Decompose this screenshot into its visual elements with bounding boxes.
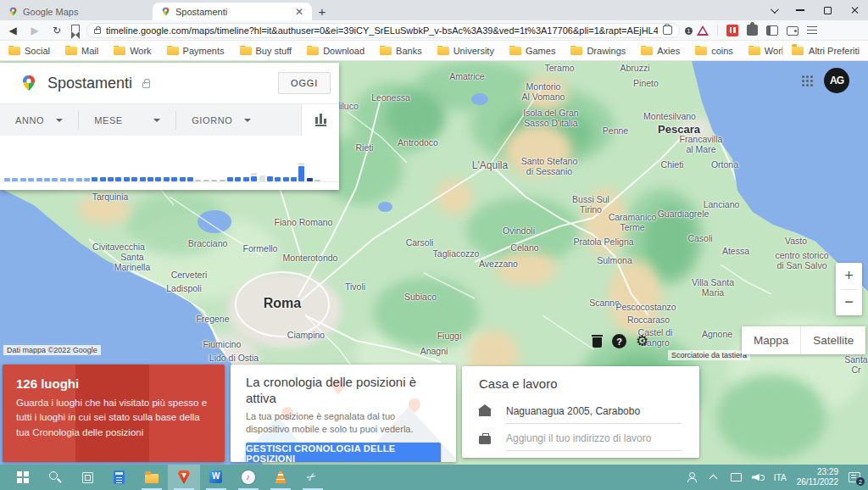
notifications-icon[interactable]: 2 xyxy=(849,471,861,483)
taskbar-brave[interactable] xyxy=(168,465,200,490)
taskbar-vlc[interactable] xyxy=(264,465,297,490)
map-button[interactable]: Mappa xyxy=(742,326,801,354)
tray-chevron-up-icon[interactable] xyxy=(708,471,720,483)
keyboard-shortcuts-label[interactable]: Scorciatoie da tastiera xyxy=(668,350,750,360)
chart-bar[interactable] xyxy=(68,178,74,181)
chart-bar[interactable] xyxy=(298,163,304,181)
restore-button[interactable] xyxy=(822,5,832,15)
chart-bar[interactable] xyxy=(267,176,273,181)
chart-bar[interactable] xyxy=(187,177,193,181)
triangle-extension-icon[interactable] xyxy=(697,25,709,36)
chart-bar[interactable] xyxy=(195,180,201,181)
chart-bar[interactable] xyxy=(155,177,161,181)
share-icon[interactable] xyxy=(663,25,672,35)
bookmark-icon[interactable] xyxy=(71,25,80,36)
people-icon[interactable] xyxy=(686,471,698,483)
chart-bar[interactable] xyxy=(203,180,209,181)
chart-bar[interactable] xyxy=(211,180,217,181)
clock[interactable]: 23:29 26/11/2022 xyxy=(797,467,838,488)
tab-spostamenti[interactable]: Spostamenti ✕ xyxy=(153,3,312,20)
chart-bar[interactable] xyxy=(20,178,26,181)
menu-icon[interactable] xyxy=(807,26,817,35)
bookmark-item[interactable]: Payments xyxy=(167,46,225,56)
close-button[interactable] xyxy=(849,5,860,15)
bookmark-item[interactable]: Drawings xyxy=(570,46,626,56)
language-indicator[interactable]: ITA xyxy=(774,473,787,482)
chart-bar[interactable] xyxy=(115,177,121,181)
bookmark-item[interactable]: University xyxy=(437,46,494,56)
chart-bar[interactable] xyxy=(4,178,10,181)
bookmark-item[interactable]: Games xyxy=(509,46,555,56)
chart-bar[interactable] xyxy=(92,177,97,181)
month-dropdown[interactable]: MESE xyxy=(79,111,176,130)
trash-icon[interactable] xyxy=(592,335,603,348)
chart-bar[interactable] xyxy=(243,177,249,181)
day-dropdown[interactable]: GIORNO xyxy=(176,111,266,130)
chart-bar[interactable] xyxy=(124,177,130,181)
tab-google-maps[interactable]: Google Maps xyxy=(0,3,153,20)
chart-bar[interactable] xyxy=(108,177,114,181)
bookmark-item[interactable]: Social xyxy=(8,46,50,56)
bookmark-item[interactable]: Work new xyxy=(748,46,782,56)
pause-extension-icon[interactable] xyxy=(726,25,738,36)
new-tab-button[interactable]: + xyxy=(312,3,332,20)
places-card[interactable]: 126 luoghi Guarda i luoghi che hai visit… xyxy=(3,365,225,462)
chart-bar[interactable] xyxy=(84,178,90,181)
back-button[interactable]: ◀ xyxy=(5,25,20,36)
taskbar-task-view[interactable] xyxy=(71,465,103,490)
chart-bar[interactable] xyxy=(227,177,233,181)
chart-bar[interactable] xyxy=(44,178,50,181)
satellite-button[interactable]: Satellite xyxy=(801,326,865,354)
chart-bar[interactable] xyxy=(307,178,313,181)
extensions-puzzle-icon[interactable] xyxy=(747,25,758,36)
taskbar-snipping[interactable] xyxy=(297,465,329,490)
taskbar-start[interactable] xyxy=(7,465,39,490)
chart-bar[interactable] xyxy=(140,177,146,181)
chart-bar[interactable] xyxy=(171,177,177,181)
chart-bar[interactable] xyxy=(131,177,137,181)
chart-bar[interactable] xyxy=(60,178,66,181)
year-dropdown[interactable]: ANNO xyxy=(0,111,79,130)
home-address-row[interactable]: Naguanagua 2005, Carabobo xyxy=(462,398,699,425)
chart-bar[interactable] xyxy=(147,177,153,181)
gear-icon[interactable]: ⚙ xyxy=(636,334,648,348)
chart-bar[interactable] xyxy=(220,180,225,181)
url-bar[interactable]: timeline.google.com/maps/timeline?hl=it&… xyxy=(86,23,680,38)
chart-bar[interactable] xyxy=(251,173,257,181)
tab-close-icon[interactable]: ✕ xyxy=(295,7,303,17)
chart-bar[interactable] xyxy=(235,177,241,181)
taskbar-search[interactable] xyxy=(39,465,71,490)
chart-bar[interactable] xyxy=(52,178,58,181)
chart-bar[interactable] xyxy=(100,177,106,181)
chart-bar[interactable] xyxy=(12,178,18,181)
taskbar-calculator[interactable] xyxy=(103,465,136,490)
manage-history-button[interactable]: GESTISCI CRONOLOGIA DELLE POSIZIONI xyxy=(246,443,441,462)
help-icon[interactable]: ? xyxy=(612,334,626,348)
browser-dropdown-icon[interactable] xyxy=(768,5,778,15)
chart-bar[interactable] xyxy=(36,178,42,181)
chart-bar[interactable] xyxy=(291,177,297,181)
taskbar-word[interactable] xyxy=(200,465,232,490)
speaker-icon[interactable] xyxy=(752,471,764,483)
today-button[interactable]: OGGI xyxy=(278,72,331,94)
taskbar-file-explorer[interactable] xyxy=(136,465,168,490)
chart-bar[interactable] xyxy=(283,177,289,181)
bookmark-item[interactable]: Buy stuff xyxy=(240,46,292,56)
bookmark-item[interactable]: Work xyxy=(114,46,151,56)
chart-bar[interactable] xyxy=(76,178,82,181)
network-icon[interactable] xyxy=(730,471,742,483)
taskbar-itunes[interactable] xyxy=(232,465,264,490)
chart-bar[interactable] xyxy=(180,177,186,181)
bookmark-item[interactable]: Mail xyxy=(65,46,98,56)
bookmark-item[interactable]: coins xyxy=(695,46,733,56)
profile-avatar[interactable]: AG xyxy=(824,68,849,93)
minimize-button[interactable] xyxy=(795,5,805,15)
chart-bar[interactable] xyxy=(164,177,170,181)
chart-view-button[interactable] xyxy=(301,104,339,136)
chart-bar[interactable] xyxy=(314,180,320,181)
wallet-icon[interactable] xyxy=(787,26,798,36)
google-apps-grid-icon[interactable] xyxy=(801,75,813,86)
zoom-out-button[interactable]: − xyxy=(836,290,862,316)
bookmark-item[interactable]: Axies xyxy=(641,46,680,56)
bookmarks-overflow[interactable]: Altri Preferiti xyxy=(782,46,860,56)
